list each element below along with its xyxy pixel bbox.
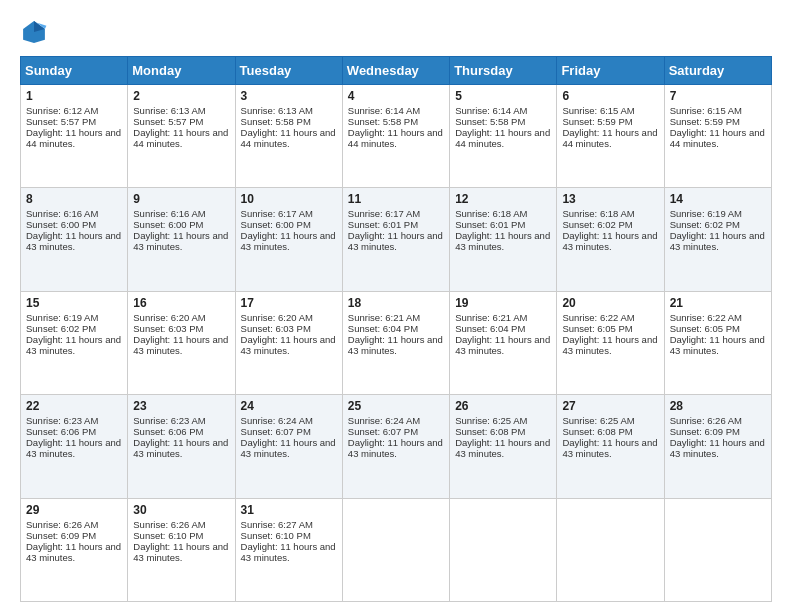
calendar-cell: 6 Sunrise: 6:15 AM Sunset: 5:59 PM Dayli… <box>557 85 664 188</box>
day-number: 15 <box>26 296 122 310</box>
sunset-label: Sunset: 6:03 PM <box>241 323 311 334</box>
sunrise-label: Sunrise: 6:22 AM <box>562 312 634 323</box>
sunrise-label: Sunrise: 6:20 AM <box>133 312 205 323</box>
calendar-cell <box>450 498 557 601</box>
day-number: 17 <box>241 296 337 310</box>
daylight-label: Daylight: 11 hours and 44 minutes. <box>348 127 443 149</box>
daylight-label: Daylight: 11 hours and 43 minutes. <box>26 437 121 459</box>
sunset-label: Sunset: 6:08 PM <box>562 426 632 437</box>
sunset-label: Sunset: 6:03 PM <box>133 323 203 334</box>
calendar-cell: 3 Sunrise: 6:13 AM Sunset: 5:58 PM Dayli… <box>235 85 342 188</box>
daylight-label: Daylight: 11 hours and 44 minutes. <box>241 127 336 149</box>
day-number: 6 <box>562 89 658 103</box>
daylight-label: Daylight: 11 hours and 43 minutes. <box>241 334 336 356</box>
sunrise-label: Sunrise: 6:18 AM <box>455 208 527 219</box>
calendar-cell: 14 Sunrise: 6:19 AM Sunset: 6:02 PM Dayl… <box>664 188 771 291</box>
sunrise-label: Sunrise: 6:16 AM <box>133 208 205 219</box>
day-number: 26 <box>455 399 551 413</box>
day-number: 29 <box>26 503 122 517</box>
day-number: 14 <box>670 192 766 206</box>
day-number: 20 <box>562 296 658 310</box>
day-number: 23 <box>133 399 229 413</box>
day-number: 16 <box>133 296 229 310</box>
weekday-header-saturday: Saturday <box>664 57 771 85</box>
sunset-label: Sunset: 6:06 PM <box>133 426 203 437</box>
daylight-label: Daylight: 11 hours and 43 minutes. <box>26 334 121 356</box>
calendar-cell: 20 Sunrise: 6:22 AM Sunset: 6:05 PM Dayl… <box>557 291 664 394</box>
sunrise-label: Sunrise: 6:20 AM <box>241 312 313 323</box>
calendar-cell: 16 Sunrise: 6:20 AM Sunset: 6:03 PM Dayl… <box>128 291 235 394</box>
sunset-label: Sunset: 6:05 PM <box>670 323 740 334</box>
day-number: 2 <box>133 89 229 103</box>
daylight-label: Daylight: 11 hours and 43 minutes. <box>241 541 336 563</box>
sunset-label: Sunset: 5:57 PM <box>133 116 203 127</box>
daylight-label: Daylight: 11 hours and 44 minutes. <box>455 127 550 149</box>
daylight-label: Daylight: 11 hours and 44 minutes. <box>133 127 228 149</box>
calendar-cell: 5 Sunrise: 6:14 AM Sunset: 5:58 PM Dayli… <box>450 85 557 188</box>
sunset-label: Sunset: 5:59 PM <box>562 116 632 127</box>
sunset-label: Sunset: 5:58 PM <box>241 116 311 127</box>
sunset-label: Sunset: 6:04 PM <box>348 323 418 334</box>
sunset-label: Sunset: 6:04 PM <box>455 323 525 334</box>
sunrise-label: Sunrise: 6:27 AM <box>241 519 313 530</box>
sunset-label: Sunset: 6:00 PM <box>26 219 96 230</box>
sunset-label: Sunset: 5:57 PM <box>26 116 96 127</box>
day-number: 11 <box>348 192 444 206</box>
weekday-header-wednesday: Wednesday <box>342 57 449 85</box>
weekday-header-friday: Friday <box>557 57 664 85</box>
calendar-cell: 27 Sunrise: 6:25 AM Sunset: 6:08 PM Dayl… <box>557 395 664 498</box>
day-number: 5 <box>455 89 551 103</box>
daylight-label: Daylight: 11 hours and 43 minutes. <box>26 541 121 563</box>
day-number: 9 <box>133 192 229 206</box>
day-number: 24 <box>241 399 337 413</box>
calendar-cell: 18 Sunrise: 6:21 AM Sunset: 6:04 PM Dayl… <box>342 291 449 394</box>
daylight-label: Daylight: 11 hours and 43 minutes. <box>562 437 657 459</box>
sunrise-label: Sunrise: 6:23 AM <box>133 415 205 426</box>
daylight-label: Daylight: 11 hours and 43 minutes. <box>133 541 228 563</box>
daylight-label: Daylight: 11 hours and 44 minutes. <box>26 127 121 149</box>
sunrise-label: Sunrise: 6:18 AM <box>562 208 634 219</box>
sunset-label: Sunset: 6:01 PM <box>455 219 525 230</box>
calendar-cell: 30 Sunrise: 6:26 AM Sunset: 6:10 PM Dayl… <box>128 498 235 601</box>
sunset-label: Sunset: 6:10 PM <box>133 530 203 541</box>
sunrise-label: Sunrise: 6:22 AM <box>670 312 742 323</box>
sunset-label: Sunset: 6:02 PM <box>26 323 96 334</box>
sunset-label: Sunset: 6:07 PM <box>348 426 418 437</box>
calendar-cell <box>557 498 664 601</box>
sunset-label: Sunset: 6:00 PM <box>241 219 311 230</box>
page: SundayMondayTuesdayWednesdayThursdayFrid… <box>0 0 792 612</box>
sunrise-label: Sunrise: 6:14 AM <box>348 105 420 116</box>
day-number: 18 <box>348 296 444 310</box>
sunset-label: Sunset: 5:58 PM <box>348 116 418 127</box>
sunrise-label: Sunrise: 6:26 AM <box>133 519 205 530</box>
sunset-label: Sunset: 6:05 PM <box>562 323 632 334</box>
calendar-cell: 2 Sunrise: 6:13 AM Sunset: 5:57 PM Dayli… <box>128 85 235 188</box>
calendar-cell: 26 Sunrise: 6:25 AM Sunset: 6:08 PM Dayl… <box>450 395 557 498</box>
daylight-label: Daylight: 11 hours and 43 minutes. <box>133 334 228 356</box>
daylight-label: Daylight: 11 hours and 43 minutes. <box>133 437 228 459</box>
sunrise-label: Sunrise: 6:16 AM <box>26 208 98 219</box>
sunset-label: Sunset: 5:58 PM <box>455 116 525 127</box>
daylight-label: Daylight: 11 hours and 43 minutes. <box>670 230 765 252</box>
sunrise-label: Sunrise: 6:21 AM <box>348 312 420 323</box>
sunset-label: Sunset: 6:06 PM <box>26 426 96 437</box>
calendar-cell: 1 Sunrise: 6:12 AM Sunset: 5:57 PM Dayli… <box>21 85 128 188</box>
day-number: 1 <box>26 89 122 103</box>
weekday-header-tuesday: Tuesday <box>235 57 342 85</box>
daylight-label: Daylight: 11 hours and 43 minutes. <box>241 437 336 459</box>
day-number: 25 <box>348 399 444 413</box>
calendar-cell: 21 Sunrise: 6:22 AM Sunset: 6:05 PM Dayl… <box>664 291 771 394</box>
daylight-label: Daylight: 11 hours and 43 minutes. <box>670 437 765 459</box>
daylight-label: Daylight: 11 hours and 43 minutes. <box>133 230 228 252</box>
daylight-label: Daylight: 11 hours and 43 minutes. <box>348 437 443 459</box>
sunrise-label: Sunrise: 6:24 AM <box>348 415 420 426</box>
calendar-cell: 25 Sunrise: 6:24 AM Sunset: 6:07 PM Dayl… <box>342 395 449 498</box>
calendar-cell: 28 Sunrise: 6:26 AM Sunset: 6:09 PM Dayl… <box>664 395 771 498</box>
daylight-label: Daylight: 11 hours and 43 minutes. <box>455 334 550 356</box>
day-number: 8 <box>26 192 122 206</box>
daylight-label: Daylight: 11 hours and 43 minutes. <box>562 230 657 252</box>
day-number: 4 <box>348 89 444 103</box>
sunrise-label: Sunrise: 6:12 AM <box>26 105 98 116</box>
sunrise-label: Sunrise: 6:19 AM <box>26 312 98 323</box>
day-number: 30 <box>133 503 229 517</box>
